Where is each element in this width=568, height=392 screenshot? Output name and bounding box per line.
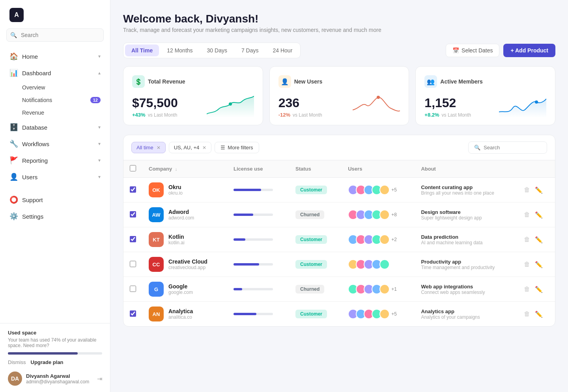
filter-chip-usau[interactable]: US, AU, +4 ✕: [169, 142, 212, 153]
sidebar-item-support[interactable]: ⭕ Support: [0, 191, 110, 208]
company-logo: AN: [149, 307, 164, 321]
home-icon: 🏠: [9, 52, 17, 61]
edit-icon[interactable]: ✏️: [535, 286, 543, 293]
license-bar-fill: [234, 238, 245, 241]
more-filters-button[interactable]: ☰ More filters: [215, 142, 259, 153]
filter-chip-alltime[interactable]: All time ✕: [131, 142, 166, 153]
select-dates-button[interactable]: 📅 Select Dates: [446, 44, 499, 57]
user-name: Divyansh Agarwal: [26, 373, 93, 379]
sidebar-item-home[interactable]: 🏠 Home ▾: [0, 48, 110, 65]
sidebar-item-database[interactable]: 🗄️ Database ▾: [0, 119, 110, 136]
delete-icon[interactable]: 🗑: [524, 261, 530, 268]
sidebar-item-notifications[interactable]: Notifications 12: [0, 94, 110, 106]
sidebar-item-dashboard[interactable]: 📊 Dashboard ▴: [0, 65, 110, 81]
sidebar-item-label: Home: [22, 53, 38, 60]
sidebar-sub-label: Revenue: [22, 110, 44, 116]
remove-usau-icon[interactable]: ✕: [202, 145, 206, 150]
sidebar-item-settings[interactable]: ⚙️ Settings: [0, 208, 110, 225]
tab-30-days[interactable]: 30 Days: [201, 45, 234, 56]
page-title: Welcome back, Divyansh!: [123, 13, 555, 25]
company-name: Adword: [168, 209, 194, 215]
company-cell: CC Creative Cloud creativecloud.app: [149, 257, 221, 272]
delete-icon[interactable]: 🗑: [524, 310, 530, 318]
sidebar-sub-label: Overview: [22, 84, 45, 91]
col-users: Users: [342, 160, 415, 178]
table-search-input[interactable]: [484, 145, 539, 150]
sidebar-item-workflows[interactable]: 🔧 Workflows ▾: [0, 136, 110, 152]
status-badge: Churned: [295, 210, 324, 219]
license-bar: [234, 214, 273, 216]
filter-right: 📅 Select Dates + Add Product: [446, 44, 555, 57]
sidebar-item-overview[interactable]: Overview: [0, 81, 110, 94]
sidebar-item-label: Workflows: [22, 141, 49, 147]
sidebar-item-label: Dashboard: [22, 70, 51, 76]
page-subtitle: Track, manage and forecast your marketin…: [123, 27, 555, 33]
database-icon: 🗄️: [9, 123, 17, 132]
settings-icon: ⚙️: [9, 212, 17, 221]
edit-icon[interactable]: ✏️: [535, 261, 543, 268]
chevron-up-icon: ▴: [98, 70, 101, 76]
delete-icon[interactable]: 🗑: [524, 211, 530, 218]
table-section: All time ✕ US, AU, +4 ✕ ☰ More filters 🔍: [123, 135, 555, 327]
users-cell: [348, 259, 408, 269]
row-checkbox[interactable]: [130, 236, 136, 242]
action-icons: 🗑 ✏️: [524, 286, 549, 293]
row-checkbox[interactable]: [130, 310, 136, 317]
company-name: Google: [168, 283, 193, 290]
users-chart: [353, 94, 400, 118]
upgrade-link[interactable]: Upgrade plan: [31, 359, 64, 365]
dismiss-link[interactable]: Dismiss: [8, 359, 26, 365]
search-input[interactable]: [6, 28, 104, 42]
edit-icon[interactable]: ✏️: [535, 236, 543, 243]
delete-icon[interactable]: 🗑: [524, 236, 530, 243]
row-checkbox[interactable]: [130, 286, 136, 292]
chevron-down-icon: ▾: [98, 141, 101, 147]
table-row: OK Okru okru.io Customer +5 Content cura…: [123, 178, 555, 203]
row-checkbox[interactable]: [130, 186, 136, 193]
user-text: Divyansh Agarwal admin@divyanshagarwal.c…: [26, 373, 93, 385]
status-badge: Customer: [295, 186, 327, 194]
sidebar-sub-label: Notifications: [22, 97, 52, 103]
sidebar-item-reporting[interactable]: 🚩 Reporting ▾: [0, 152, 110, 169]
members-value: 1,152: [424, 96, 471, 110]
select-all-checkbox[interactable]: [130, 165, 136, 171]
action-icons: 🗑 ✏️: [524, 236, 549, 243]
user-avatar: [379, 185, 390, 195]
remove-alltime-icon[interactable]: ✕: [157, 145, 161, 150]
time-tabs: All Time 12 Months 30 Days 7 Days 24 Hou…: [123, 43, 301, 58]
company-domain: kotlin.ai: [168, 240, 185, 245]
add-product-button[interactable]: + Add Product: [503, 44, 555, 57]
sidebar: A 🔍 🏠 Home ▾ 📊 Dashboard ▴ Overview Not: [0, 0, 110, 392]
dashboard-icon: 📊: [9, 69, 17, 77]
action-icons: 🗑 ✏️: [524, 310, 549, 318]
edit-icon[interactable]: ✏️: [535, 310, 543, 318]
license-bar: [234, 189, 273, 191]
logout-icon[interactable]: ⇥: [97, 375, 102, 383]
stat-card-revenue: 💲 Total Revenue $75,500 +43% vs Last Mon…: [123, 66, 263, 125]
license-bar-fill: [234, 189, 261, 191]
tab-12-months[interactable]: 12 Months: [161, 45, 199, 56]
tab-24-hour[interactable]: 24 Hour: [267, 45, 299, 56]
row-checkbox[interactable]: [130, 211, 136, 217]
sidebar-item-label: Reporting: [22, 157, 48, 164]
action-icons: 🗑 ✏️: [524, 186, 549, 194]
status-badge: Customer: [295, 235, 327, 244]
svg-point-2: [535, 100, 538, 104]
about-title: Content curating app: [421, 184, 511, 190]
delete-icon[interactable]: 🗑: [524, 286, 530, 293]
table-row: AW Adword adword.com Churned +8 Design s…: [123, 203, 555, 227]
delete-icon[interactable]: 🗑: [524, 186, 530, 193]
company-cell: AW Adword adword.com: [149, 207, 221, 222]
edit-icon[interactable]: ✏️: [535, 211, 543, 219]
tab-7-days[interactable]: 7 Days: [235, 45, 265, 56]
col-about: About: [415, 160, 517, 178]
search-container: 🔍: [6, 28, 104, 42]
sidebar-item-users[interactable]: 👤 Users ▾: [0, 169, 110, 185]
company-name: Okru: [168, 184, 183, 190]
edit-icon[interactable]: ✏️: [535, 186, 543, 194]
status-badge: Churned: [295, 285, 324, 294]
users-cell: +5: [348, 185, 408, 195]
sidebar-item-revenue[interactable]: Revenue: [0, 106, 110, 119]
row-checkbox[interactable]: [130, 261, 136, 267]
tab-all-time[interactable]: All Time: [125, 45, 159, 56]
